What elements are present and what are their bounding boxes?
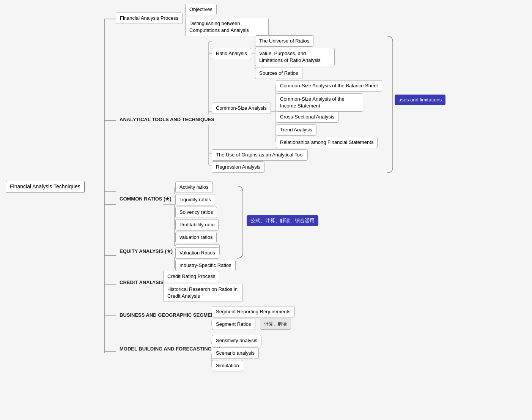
solvency-ratios-node: Solvency ratios: [175, 207, 217, 218]
svg-line-17: [250, 40, 255, 53]
sensitivity-node: Sensitivity analysis: [212, 335, 261, 346]
business-geo-label: BUSINESS AND GEOGRAPHIC SEGMENTS: [116, 310, 225, 321]
common-size-analysis-node: Common-Size Analysis: [212, 103, 271, 114]
industry-specific-node: Industry-Specific Ratios: [175, 260, 236, 271]
common-size-income-node: Common-Size Analysis of the Income State…: [276, 93, 363, 112]
universe-of-ratios-label: The Universe of Ratios: [255, 35, 313, 47]
equity-analysis-label: EQUITY ANALYSIS (★): [116, 246, 176, 257]
formula-cn-node[interactable]: 公式、计算、解读、综合运用: [247, 215, 318, 226]
root-node: Financial Analysis Techniques: [6, 181, 85, 193]
common-ratios-node: COMMON RATIOS (★): [116, 194, 175, 204]
relationships-node: Relationships among Financial Statements: [276, 137, 378, 148]
trend-analysis-node: Trend Analysis: [276, 124, 316, 136]
activity-ratios-node: Activity ratios: [175, 182, 213, 193]
regression-label: Regression Analysis: [212, 161, 264, 173]
regression-node: Regression Analysis: [212, 161, 264, 173]
historical-research-label: Historical Research on Ratios in Credit …: [163, 284, 243, 302]
segment-reporting-label: Segment Reporting Requirements: [212, 306, 295, 317]
scenario-label: Scenario analysis: [212, 347, 259, 359]
calc-cn-node[interactable]: 计算、解读: [260, 319, 291, 330]
distinguishing-node: Distinguishing between Computations and …: [185, 18, 269, 36]
profitability-ratio-node: Profitability ratio: [175, 219, 219, 231]
historical-research-node: Historical Research on Ratios in Credit …: [163, 284, 243, 302]
credit-rating-label: Credit Rating Process: [163, 271, 219, 282]
analytical-tools-label: ANALYTICAL TOOLS AND TECHNIQUES: [116, 114, 218, 125]
sources-of-ratios-label: Sources of Ratios: [255, 68, 302, 79]
model-building-label: MODEL BUILDING AND FORECASTING (★): [116, 344, 225, 354]
liquidity-ratios-node: Liquidity ratios: [175, 194, 215, 205]
segment-ratios-label: Segment Ratios: [212, 319, 255, 330]
industry-specific-label: Industry-Specific Ratios: [175, 260, 236, 271]
simulation-node: Simulation: [212, 360, 243, 371]
relationships-label: Relationships among Financial Statements: [276, 137, 378, 148]
uses-limitations-node[interactable]: uses and limitations: [395, 95, 445, 105]
segment-ratios-node: Segment Ratios: [212, 319, 255, 330]
sensitivity-label: Sensitivity analysis: [212, 335, 261, 346]
model-building-node: MODEL BUILDING AND FORECASTING (★): [116, 344, 225, 354]
mind-map: Financial Analysis Techniques Financial …: [0, 0, 532, 420]
financial-analysis-process-label: Financial Analysis Process: [116, 13, 183, 24]
segment-reporting-node: Segment Reporting Requirements: [212, 306, 295, 317]
formula-cn-label[interactable]: 公式、计算、解读、综合运用: [247, 215, 318, 226]
use-of-graphs-node: The Use of Graphs as an Analytical Tool: [212, 149, 308, 161]
activity-ratios-label: Activity ratios: [175, 182, 213, 193]
valuation-ratios-eq-label: Valuation Ratios: [175, 247, 219, 259]
credit-analysis-label: CREDIT ANALYSIS: [116, 277, 167, 288]
distinguishing-label: Distinguishing between Computations and …: [185, 18, 269, 36]
use-of-graphs-label: The Use of Graphs as an Analytical Tool: [212, 149, 308, 161]
ratio-analysis-label: Ratio Analysis: [212, 48, 251, 59]
equity-analysis-node: EQUITY ANALYSIS (★): [116, 246, 176, 257]
calc-cn-label[interactable]: 计算、解读: [260, 319, 291, 330]
value-purposes-label: Value, Purposes, and Limitations of Rati…: [255, 48, 335, 66]
value-purposes-node: Value, Purposes, and Limitations of Rati…: [255, 48, 335, 66]
credit-analysis-node: CREDIT ANALYSIS: [116, 277, 167, 288]
common-size-analysis-label: Common-Size Analysis: [212, 103, 271, 114]
simulation-label: Simulation: [212, 360, 243, 371]
profitability-ratio-label: Profitability ratio: [175, 219, 219, 231]
common-size-balance-label: Common-Size Analysis of the Balance Shee…: [276, 80, 382, 92]
solvency-ratios-label: Solvency ratios: [175, 207, 217, 218]
valuation-ratios-node: valuation ratios: [175, 232, 217, 243]
liquidity-ratios-label: Liquidity ratios: [175, 194, 215, 205]
business-geo-node: BUSINESS AND GEOGRAPHIC SEGMENTS: [116, 310, 225, 321]
cross-sectional-node: Cross-Sectional Analysis: [276, 111, 338, 123]
financial-analysis-process-node: Financial Analysis Process: [116, 13, 183, 24]
universe-of-ratios-node: The Universe of Ratios: [255, 35, 313, 47]
scenario-node: Scenario analysis: [212, 347, 259, 359]
root-label: Financial Analysis Techniques: [6, 181, 85, 193]
common-size-balance-node: Common-Size Analysis of the Balance Shee…: [276, 80, 382, 92]
trend-analysis-label: Trend Analysis: [276, 124, 316, 136]
sources-of-ratios-node: Sources of Ratios: [255, 68, 302, 79]
valuation-ratios-eq-node: Valuation Ratios: [175, 247, 219, 259]
common-ratios-label: COMMON RATIOS (★): [116, 194, 175, 204]
analytical-tools-node: ANALYTICAL TOOLS AND TECHNIQUES: [116, 114, 218, 125]
valuation-ratios-label: valuation ratios: [175, 232, 217, 243]
credit-rating-node: Credit Rating Process: [163, 271, 219, 282]
cross-sectional-label: Cross-Sectional Analysis: [276, 111, 338, 123]
objectives-node: Objectives: [185, 4, 217, 15]
objectives-label: Objectives: [185, 4, 217, 15]
uses-limitations-label[interactable]: uses and limitations: [395, 95, 445, 105]
common-size-income-label: Common-Size Analysis of the Income State…: [276, 93, 363, 112]
ratio-analysis-node: Ratio Analysis: [212, 48, 251, 59]
